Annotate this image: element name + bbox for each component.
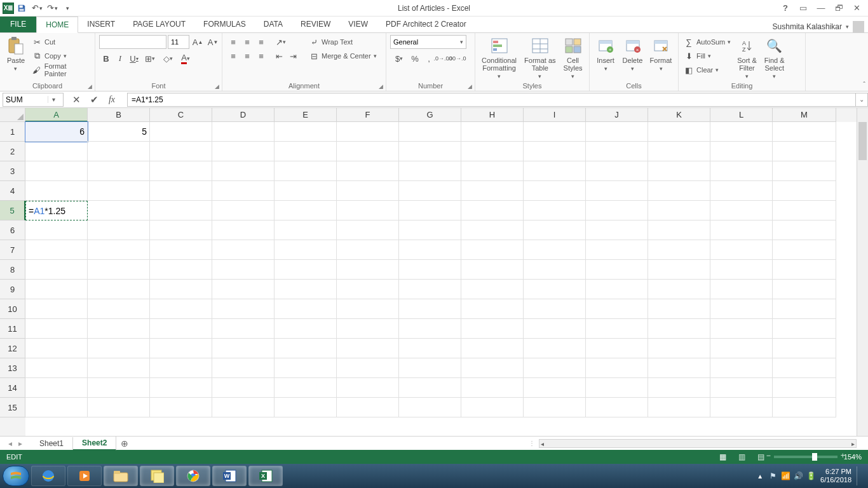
number-format-select[interactable]: General▾ xyxy=(390,35,466,49)
row-header[interactable]: 5 xyxy=(0,201,25,220)
cell[interactable] xyxy=(773,260,836,280)
taskbar-explorer[interactable] xyxy=(104,466,138,486)
sheet-nav[interactable]: ◂▸ xyxy=(0,439,31,448)
column-header[interactable]: J xyxy=(586,108,648,122)
cell[interactable] xyxy=(25,378,88,398)
show-desktop-button[interactable] xyxy=(857,466,862,485)
column-header[interactable]: C xyxy=(150,108,212,122)
cell[interactable] xyxy=(586,181,648,201)
cell[interactable] xyxy=(337,339,399,358)
tab-view[interactable]: VIEW xyxy=(339,16,377,32)
cell[interactable] xyxy=(648,181,710,201)
chevron-down-icon[interactable]: ▾ xyxy=(48,96,59,103)
align-right-button[interactable]: ≡ xyxy=(254,49,268,63)
column-header[interactable]: E xyxy=(275,108,337,122)
cell[interactable] xyxy=(399,181,461,201)
cell[interactable] xyxy=(648,319,710,339)
bold-button[interactable]: B xyxy=(99,51,113,65)
cell[interactable] xyxy=(461,201,524,220)
row-header[interactable]: 4 xyxy=(0,181,25,201)
taskbar-word[interactable]: W xyxy=(212,466,247,486)
cell[interactable] xyxy=(212,319,275,339)
cell[interactable] xyxy=(773,240,836,260)
cell[interactable] xyxy=(524,378,586,398)
copy-button[interactable]: ⧉Copy▾ xyxy=(31,49,91,63)
cell[interactable]: 6 xyxy=(25,122,88,142)
cell[interactable] xyxy=(710,122,773,142)
cell[interactable] xyxy=(773,201,836,220)
font-color-button[interactable]: A▾ xyxy=(177,51,194,65)
account-menu[interactable]: Sushmita Kalashikar ▾ xyxy=(773,21,868,32)
tray-flag-icon[interactable]: ⚑ xyxy=(768,471,777,480)
fill-button[interactable]: ⬇Fill▾ xyxy=(682,49,732,63)
taskbar-excel[interactable]: X xyxy=(248,466,283,486)
cell[interactable] xyxy=(586,358,648,378)
cell[interactable] xyxy=(399,378,461,398)
cell[interactable] xyxy=(710,339,773,358)
cell[interactable] xyxy=(212,339,275,358)
cell[interactable] xyxy=(337,220,399,240)
cell[interactable] xyxy=(586,299,648,319)
format-as-table-button[interactable]: Format as Table▾ xyxy=(522,35,559,81)
tab-review[interactable]: REVIEW xyxy=(292,16,339,32)
taskbar-ie[interactable] xyxy=(31,466,65,486)
cell[interactable] xyxy=(773,142,836,161)
cell[interactable] xyxy=(150,280,212,299)
restore-button[interactable]: 🗗 xyxy=(830,1,848,15)
font-name-input[interactable] xyxy=(99,35,166,49)
cell[interactable] xyxy=(337,319,399,339)
cell[interactable] xyxy=(773,398,836,417)
cell[interactable] xyxy=(461,378,524,398)
cell[interactable] xyxy=(337,260,399,280)
cell[interactable] xyxy=(275,122,337,142)
wrap-text-button[interactable]: ⤶Wrap Text xyxy=(308,35,378,49)
cell[interactable] xyxy=(524,280,586,299)
cell[interactable] xyxy=(337,398,399,417)
cell[interactable] xyxy=(337,142,399,161)
collapse-ribbon-button[interactable]: ˆ xyxy=(863,81,865,88)
row-header[interactable]: 1 xyxy=(0,122,25,142)
show-hidden-icons[interactable]: ▲ xyxy=(757,473,763,480)
tray-network-icon[interactable]: 📶 xyxy=(781,471,790,480)
cell[interactable] xyxy=(150,319,212,339)
zoom-level[interactable]: 154% xyxy=(844,453,862,461)
row-header[interactable]: 13 xyxy=(0,358,25,378)
cell[interactable] xyxy=(773,122,836,142)
cell[interactable] xyxy=(586,260,648,280)
cell[interactable] xyxy=(648,280,710,299)
cell[interactable] xyxy=(710,240,773,260)
column-header[interactable]: M xyxy=(773,108,836,122)
row-header[interactable]: 8 xyxy=(0,260,25,280)
border-button[interactable]: ⊞▾ xyxy=(141,51,159,65)
row-header[interactable]: 6 xyxy=(0,220,25,240)
cell[interactable] xyxy=(524,339,586,358)
align-top-button[interactable]: ≡ xyxy=(226,35,240,49)
cell[interactable] xyxy=(212,398,275,417)
cell[interactable] xyxy=(88,339,150,358)
cell[interactable] xyxy=(524,398,586,417)
column-header[interactable]: G xyxy=(399,108,461,122)
horizontal-scrollbar[interactable]: ◂▸ xyxy=(539,439,857,448)
clear-button[interactable]: ◧Clear▾ xyxy=(682,63,732,77)
cell[interactable] xyxy=(648,161,710,181)
cell[interactable] xyxy=(88,398,150,417)
cell[interactable] xyxy=(461,260,524,280)
redo-button[interactable]: ↷▾ xyxy=(44,1,60,15)
cell[interactable] xyxy=(586,161,648,181)
cell[interactable] xyxy=(212,220,275,240)
row-header[interactable]: 2 xyxy=(0,142,25,161)
cell[interactable] xyxy=(710,161,773,181)
increase-font-button[interactable]: A▲ xyxy=(191,35,205,49)
cell[interactable] xyxy=(88,260,150,280)
tab-pdf-architect[interactable]: PDF Architect 2 Creator xyxy=(377,16,475,32)
vertical-scrollbar[interactable] xyxy=(857,108,868,436)
cell[interactable] xyxy=(275,240,337,260)
increase-indent-button[interactable]: ⇥ xyxy=(286,49,300,63)
slider-thumb[interactable] xyxy=(812,453,817,461)
cell[interactable] xyxy=(773,339,836,358)
cell[interactable] xyxy=(461,398,524,417)
cell[interactable] xyxy=(88,299,150,319)
align-center-button[interactable]: ≡ xyxy=(240,49,254,63)
cell[interactable] xyxy=(337,240,399,260)
cell[interactable] xyxy=(524,240,586,260)
